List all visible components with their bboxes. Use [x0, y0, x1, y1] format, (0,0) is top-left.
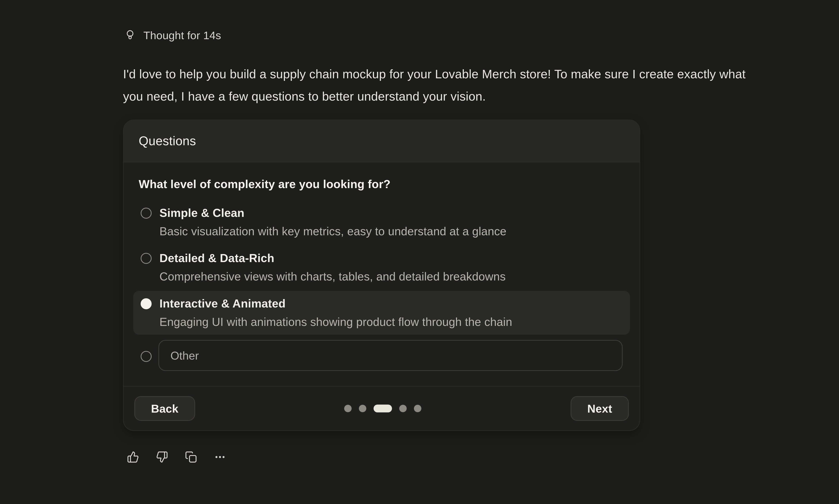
pagination-dot-active [373, 404, 392, 412]
option-detailed-data-rich[interactable]: Detailed & Data-Rich Comprehensive views… [133, 251, 630, 284]
back-button[interactable]: Back [134, 396, 195, 421]
option-label: Simple & Clean [159, 206, 506, 220]
thought-label: Thought for 14s [143, 29, 221, 42]
pagination-dot [359, 405, 366, 412]
thought-summary-toggle[interactable]: Thought for 14s [125, 29, 221, 42]
thumbs-up-icon [127, 451, 139, 463]
option-label: Detailed & Data-Rich [159, 251, 506, 265]
option-interactive-animated-selected[interactable]: Interactive & Animated Engaging UI with … [133, 291, 630, 335]
radio-unselected-icon[interactable] [141, 253, 152, 264]
option-label: Interactive & Animated [159, 296, 512, 311]
card-title: Questions [139, 134, 196, 148]
option-text: Interactive & Animated Engaging UI with … [159, 296, 512, 329]
radio-selected-icon[interactable] [141, 298, 152, 309]
option-text: Detailed & Data-Rich Comprehensive views… [159, 251, 506, 284]
thumbs-down-icon [156, 451, 168, 463]
radio-unselected-icon[interactable] [141, 351, 152, 362]
lightbulb-icon [125, 30, 135, 41]
pagination-dot [399, 405, 407, 412]
option-other[interactable] [133, 340, 630, 371]
copy-icon [185, 451, 197, 463]
radio-unselected-icon[interactable] [141, 208, 152, 219]
pagination-dot [344, 405, 352, 412]
questions-card: Questions What level of complexity are y… [123, 120, 640, 431]
questions-card-header: Questions [124, 120, 640, 162]
more-options-button[interactable] [214, 451, 226, 463]
option-description: Basic visualization with key metrics, ea… [159, 224, 506, 239]
other-input[interactable] [158, 340, 623, 371]
option-description: Comprehensive views with charts, tables,… [159, 269, 506, 284]
questions-card-footer: Back Next [124, 386, 640, 430]
question-text: What level of complexity are you looking… [139, 178, 630, 191]
chat-message-region: Thought for 14s I'd love to help you bui… [0, 0, 839, 463]
option-simple-clean[interactable]: Simple & Clean Basic visualization with … [133, 206, 630, 239]
thumbs-down-button[interactable] [156, 451, 168, 463]
thumbs-up-button[interactable] [127, 451, 139, 463]
next-button[interactable]: Next [571, 396, 629, 421]
assistant-message-text: I'd love to help you build a supply chai… [123, 63, 758, 107]
questions-card-body: What level of complexity are you looking… [124, 162, 640, 386]
option-text: Simple & Clean Basic visualization with … [159, 206, 506, 239]
message-actions-row [127, 451, 839, 463]
option-description: Engaging UI with animations showing prod… [159, 315, 512, 329]
copy-button[interactable] [185, 451, 197, 463]
options-list: Simple & Clean Basic visualization with … [133, 206, 630, 371]
pagination-dot [414, 405, 421, 412]
pagination-dots [344, 404, 421, 412]
more-options-icon [214, 451, 226, 463]
